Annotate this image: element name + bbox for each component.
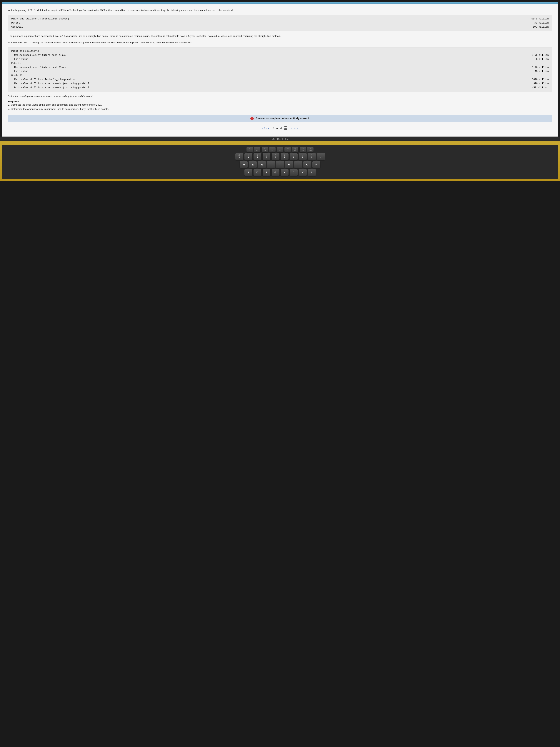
asset-row-2: Patent 38 million <box>11 21 549 25</box>
page-total: 4 <box>281 127 282 130</box>
key-w[interactable]: W <box>240 161 248 168</box>
key-f6[interactable]: ⋱ F6 <box>277 147 283 152</box>
macbook-label: MacBook Air <box>0 136 560 141</box>
key-f8[interactable]: ▷|| F8 <box>292 147 298 152</box>
keyboard: ☀ F2 ⊞ F3 ⊟ F4 ··· F5 ⋱ F6 ◁◁ F7 <box>2 145 558 179</box>
number-key-row: @ 2 # 3 $ 4 % 5 ^ 6 & 7 <box>3 153 557 160</box>
prev-button[interactable]: ‹ Prev <box>262 127 269 130</box>
key-2[interactable]: @ 2 <box>235 153 243 160</box>
navigation-row: ‹ Prev 4 of 4 Next › <box>8 125 552 133</box>
top-bar <box>2 2 558 4</box>
goodwill-row3: Book value of Ellison's net assets (incl… <box>11 86 549 90</box>
key-g[interactable]: G <box>271 169 279 176</box>
keyboard-area: ☀ F2 ⊞ F3 ⊟ F4 ··· F5 ⋱ F6 ◁◁ F7 <box>0 141 560 181</box>
key-u[interactable]: U <box>285 161 293 168</box>
key-j[interactable]: J <box>290 169 298 176</box>
key-f4[interactable]: ⊟ F4 <box>262 147 268 152</box>
patent-undiscounted-row: Undiscounted sum of future cash flows $ … <box>11 66 549 70</box>
key-8[interactable]: * 8 <box>290 153 298 160</box>
data-table: Plant and equipment: Undiscounted sum of… <box>8 47 552 92</box>
key-9[interactable]: ( 9 <box>299 153 307 160</box>
key-i[interactable]: I <box>294 161 302 168</box>
key-k[interactable]: K <box>299 169 307 176</box>
paragraph3: At the end of 2021, a change in business… <box>8 41 552 45</box>
key-5[interactable]: % 5 <box>262 153 271 160</box>
fn-key-row: ☀ F2 ⊞ F3 ⊟ F4 ··· F5 ⋱ F6 ◁◁ F7 <box>3 147 557 152</box>
asset-row-3: Goodwill 100 million <box>11 25 549 29</box>
key-minus[interactable]: _ - <box>317 153 325 160</box>
qwerty-row: W E R T Y U I O P <box>3 161 557 168</box>
required-item-1: 1. Compute the book value of the plant a… <box>8 103 552 107</box>
page-current: 4 <box>273 127 274 130</box>
patent-header: Patent: <box>11 61 549 66</box>
plant-header: Plant and equipment: <box>11 49 549 53</box>
prev-chevron-icon: ‹ <box>262 127 263 130</box>
asdf-row: S D F G H J K L <box>3 169 557 176</box>
required-item-4: 4. Determine the amount of any impairmen… <box>8 107 552 111</box>
key-l[interactable]: L <box>308 169 316 176</box>
key-3[interactable]: # 3 <box>244 153 252 160</box>
error-icon: ✕ <box>250 117 254 120</box>
key-f9[interactable]: ▷▷ F9 <box>299 147 306 152</box>
key-7[interactable]: & 7 <box>281 153 289 160</box>
required-section: Required: 1. Compute the book value of t… <box>8 100 552 111</box>
key-f7[interactable]: ◁◁ F7 <box>284 147 291 152</box>
grid-icon[interactable] <box>284 126 287 130</box>
footnote: *After first recording any impairment lo… <box>8 95 552 98</box>
key-4[interactable]: $ 4 <box>254 153 262 160</box>
key-f10[interactable]: ◁ F10 <box>307 147 314 152</box>
answer-status-text: ✕ Answer is complete but not entirely co… <box>250 117 310 120</box>
patent-fair-row: Fair value 13 million <box>11 70 549 74</box>
key-o[interactable]: O <box>303 161 311 168</box>
goodwill-row2: Fair value of Ellison's net assets (excl… <box>11 82 549 86</box>
plant-undiscounted-row: Undiscounted sum of future cash flows $ … <box>11 53 549 57</box>
required-title: Required: <box>8 100 552 103</box>
key-f5[interactable]: ··· F5 <box>269 147 276 152</box>
asset-table: Plant and equipment (depreciable assets)… <box>8 15 552 31</box>
page-info: 4 of 4 <box>273 126 287 130</box>
paragraph2: The plant and equipment are depreciated … <box>8 34 552 38</box>
key-f3[interactable]: ⊞ F3 <box>254 147 261 152</box>
answer-status-bar: ✕ Answer is complete but not entirely co… <box>8 115 552 122</box>
key-h[interactable]: H <box>281 169 289 176</box>
key-d[interactable]: D <box>254 169 262 176</box>
key-t[interactable]: T <box>267 161 275 168</box>
problem-intro: At the beginning of 2019, Metatec Inc. a… <box>8 8 552 12</box>
key-s[interactable]: S <box>244 169 252 176</box>
goodwill-header: Goodwill: <box>11 74 549 78</box>
key-f2[interactable]: ☀ F2 <box>246 147 253 152</box>
key-f[interactable]: F <box>262 169 271 176</box>
key-e[interactable]: E <box>249 161 257 168</box>
key-0[interactable]: ) 0 <box>308 153 316 160</box>
asset-row-1: Plant and equipment (depreciable assets)… <box>11 17 549 21</box>
next-button[interactable]: Next › <box>291 127 298 130</box>
page-of: of <box>276 127 278 130</box>
key-6[interactable]: ^ 6 <box>271 153 279 160</box>
key-r[interactable]: R <box>258 161 266 168</box>
goodwill-row1: Fair value of Ellison Technology Corpora… <box>11 78 549 82</box>
plant-fair-row: Fair value 58 million <box>11 57 549 61</box>
next-chevron-icon: › <box>297 127 298 130</box>
key-p[interactable]: P <box>312 161 320 168</box>
key-y[interactable]: Y <box>276 161 284 168</box>
